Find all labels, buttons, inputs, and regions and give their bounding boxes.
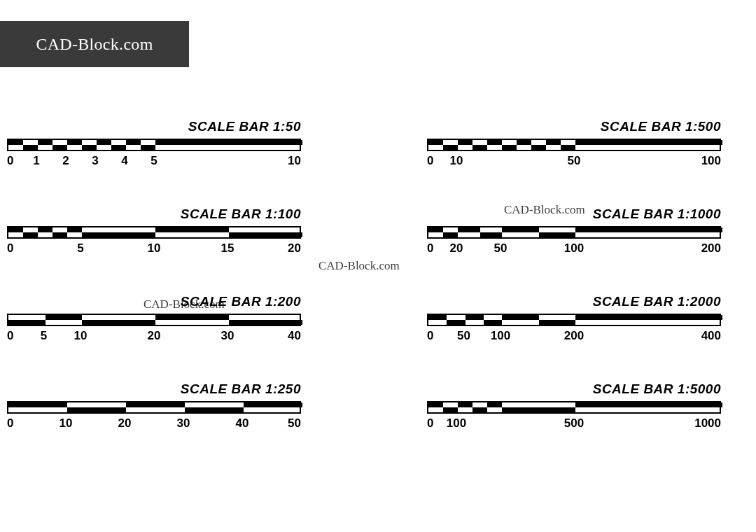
scale-tick: 40: [288, 329, 301, 343]
scale-segment: [82, 145, 97, 150]
scale-tick: 30: [221, 329, 234, 343]
scale-bar-graphic: [427, 226, 721, 239]
scale-tick: 10: [74, 329, 88, 343]
scale-tick: 0: [7, 416, 13, 430]
scale-tick: 100: [491, 329, 510, 343]
scale-bar-graphic: [427, 139, 721, 151]
scale-tick: 20: [450, 241, 463, 255]
scale-tick-row: 01234510: [7, 154, 301, 169]
scale-bar-title: SCALE BAR 1:1000: [593, 206, 721, 222]
scale-segment: [8, 320, 46, 325]
scale-segment: [23, 232, 38, 237]
scale-bar-graphic: [427, 314, 721, 326]
scale-tick: 5: [150, 154, 157, 168]
scale-tick-row: 01005001000: [427, 416, 721, 432]
scale-segment: [443, 232, 458, 237]
scale-segment: [458, 140, 472, 145]
scale-tick: 1000: [694, 416, 721, 430]
scale-segment: [111, 145, 126, 150]
scale-tick: 0: [427, 329, 433, 343]
scale-segment: [82, 320, 155, 325]
scale-segment: [155, 227, 229, 232]
scale-segment: [546, 140, 561, 145]
scale-segment: [502, 407, 575, 412]
brand-text: CAD-Block.com: [36, 35, 153, 54]
scale-segment: [185, 407, 244, 412]
scale-segment: [502, 227, 539, 232]
scale-bar-title: SCALE BAR 1:2000: [593, 294, 721, 309]
scale-tick: 1: [33, 154, 39, 168]
scale-bar-graphic: [427, 401, 721, 414]
scale-segment: [141, 145, 155, 150]
scale-segment: [480, 232, 503, 237]
scale-tick: 50: [494, 241, 507, 255]
scale-bar-title: SCALE BAR 1:5000: [593, 382, 721, 397]
scale-segment: [472, 145, 487, 150]
scale-bar-graphic: [7, 226, 301, 239]
brand-logo: CAD-Block.com: [0, 21, 189, 67]
watermark-text: CAD-Block.com: [318, 259, 400, 273]
scale-tick-row: 05101520: [7, 241, 301, 257]
scale-tick: 0: [7, 329, 13, 343]
scale-segment: [428, 227, 443, 232]
scale-bar-title: SCALE BAR 1:100: [181, 206, 301, 222]
scale-segment: [8, 227, 23, 232]
scale-segment: [539, 232, 576, 237]
scale-segment: [502, 145, 517, 150]
scale-segment: [428, 315, 447, 320]
scale-tick: 500: [564, 416, 584, 430]
scale-tick: 0: [7, 154, 13, 168]
scale-segment: [561, 145, 575, 150]
scale-segment: [531, 145, 546, 150]
scale-segment: [575, 227, 722, 232]
scale-tick: 400: [701, 329, 721, 343]
scale-segment: [447, 320, 465, 325]
scale-tick: 40: [236, 416, 249, 430]
scale-tick: 50: [568, 154, 581, 168]
scale-tick: 0: [7, 241, 13, 255]
scale-tick: 10: [59, 416, 73, 430]
scale-segment: [126, 140, 141, 145]
scale-tick: 30: [177, 416, 190, 430]
scale-tick: 0: [427, 241, 433, 255]
scale-tick: 200: [564, 329, 584, 343]
scale-segment: [575, 140, 722, 145]
scale-segment: [97, 140, 111, 145]
scale-segment: [52, 145, 67, 150]
scale-segment: [46, 315, 83, 320]
scale-tick: 5: [41, 329, 47, 343]
scale-segment: [443, 145, 458, 150]
scale-segment: [244, 402, 302, 407]
scale-tick: 200: [701, 241, 721, 255]
scale-segment: [82, 232, 155, 237]
scale-segment: [67, 407, 126, 412]
scale-segment: [472, 407, 487, 412]
scale-tick-row: 01050100: [427, 154, 721, 169]
scale-bar-graphic: [7, 139, 301, 151]
scale-segment: [67, 140, 82, 145]
scale-segment: [539, 320, 576, 325]
scale-segment: [428, 402, 443, 407]
scale-bar-graphic: [7, 401, 301, 414]
scale-segment: [229, 320, 302, 325]
scale-tick: 10: [450, 154, 463, 168]
scale-segment: [155, 315, 229, 320]
scale-segment: [458, 402, 472, 407]
scale-bar-title: SCALE BAR 1:50: [188, 119, 301, 134]
scale-segment: [229, 232, 302, 237]
scale-segment: [8, 402, 67, 407]
scale-tick: 15: [221, 241, 234, 255]
scale-segment: [465, 315, 484, 320]
scale-segment: [8, 140, 23, 145]
scale-bar-title: SCALE BAR 1:500: [601, 119, 721, 134]
scale-segment: [575, 315, 722, 320]
scale-tick: 100: [447, 416, 466, 430]
scale-tick: 100: [701, 154, 721, 168]
scale-segment: [458, 227, 480, 232]
scale-segment: [52, 232, 67, 237]
scale-segment: [502, 315, 539, 320]
scale-tick-row: 01020304050: [7, 416, 301, 432]
scale-segment: [428, 140, 443, 145]
scale-tick: 3: [92, 154, 98, 168]
scale-segment: [67, 227, 82, 232]
